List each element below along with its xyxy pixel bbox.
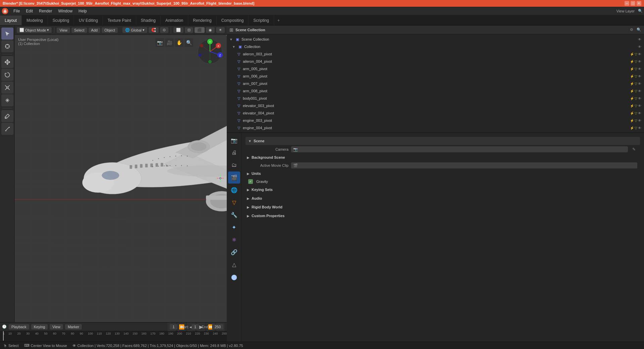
maximize-button[interactable]: □	[631, 1, 635, 6]
menu-file[interactable]: File	[11, 8, 22, 14]
tool-cursor[interactable]	[1, 40, 13, 52]
tool-transform[interactable]	[1, 94, 13, 106]
close-button[interactable]: ✕	[637, 1, 641, 6]
list-item[interactable]: ▽ engine_003_pivot ⚡ ▽ 👁	[227, 117, 644, 124]
units-section-header[interactable]: ▶ Units	[246, 169, 640, 178]
render-mode[interactable]: ☀	[216, 27, 225, 33]
list-item[interactable]: ▽ aileron_004_pivot ⚡ ▽ 👁	[227, 58, 644, 65]
list-item[interactable]: ▽ aileron_003_pivot ⚡ ▽ 👁	[227, 50, 644, 58]
list-item[interactable]: ▽ flap_017_pivot ⚡ ▽ 👁	[227, 132, 644, 132]
view-menu-timeline[interactable]: View	[50, 324, 63, 330]
menu-help[interactable]: Help	[76, 8, 90, 14]
menu-render[interactable]: Render	[36, 8, 55, 14]
tool-measure[interactable]	[1, 123, 13, 135]
list-item[interactable]: ▽ elevator_004_pivot ⚡ ▽ 👁	[227, 109, 644, 117]
tool-rotate[interactable]	[1, 69, 13, 81]
list-item[interactable]: ▼ ▣ Collection 👁	[227, 43, 644, 50]
list-item[interactable]: ▽ arm_006_pivot ⚡ ▽ 👁	[227, 72, 644, 80]
tool-move[interactable]	[1, 56, 13, 68]
scene-section-header[interactable]: ▼ Scene	[246, 137, 640, 145]
camera-edit-btn[interactable]: ✎	[631, 147, 637, 152]
movie-clip-value[interactable]: 🎬	[291, 162, 637, 168]
tab-layout[interactable]: Layout	[0, 15, 22, 25]
marker-menu[interactable]: Marker	[65, 324, 82, 330]
tool-scale[interactable]	[1, 82, 13, 94]
modifier-props-icon[interactable]: 🔧	[228, 209, 240, 221]
list-item[interactable]: ▽ arm_007_pivot ⚡ ▽ 👁	[227, 80, 644, 87]
add-menu[interactable]: Add	[89, 28, 101, 33]
list-item[interactable]: ▽ arm_005_pivot ⚡ ▽ 👁	[227, 65, 644, 72]
keying-menu[interactable]: Keying	[31, 324, 48, 330]
timeline-ruler[interactable]: 1 10 20 30 40 50 60 70 80 90 100 110 120…	[0, 331, 227, 341]
output-props-icon[interactable]: 🖨	[228, 147, 240, 159]
scene-props-icon[interactable]: 🎬	[228, 171, 240, 184]
particles-props-icon[interactable]: ✦	[228, 221, 240, 233]
data-props-icon[interactable]: △	[228, 258, 240, 270]
overlay-toggle[interactable]: ⬜	[173, 27, 183, 33]
render-preview-btn[interactable]: 🎥	[165, 38, 174, 47]
minimize-button[interactable]: ─	[625, 1, 629, 6]
obj-label: engine_003_pivot	[243, 118, 629, 122]
navigation-gizmo[interactable]: X Y Z	[197, 38, 223, 65]
outliner-filter[interactable]: ⚙	[630, 28, 633, 32]
view-layer-props-icon[interactable]: 🗂	[228, 159, 240, 171]
snap-toggle[interactable]: 🧲	[149, 27, 159, 33]
rigid-body-section[interactable]: ▶ Rigid Body World	[246, 203, 640, 211]
viewport-overlay: User Perspective (Local) (1) Collection	[18, 38, 58, 46]
camera-value[interactable]: 📷	[291, 146, 628, 152]
tab-texture-paint[interactable]: Texture Paint	[103, 15, 136, 25]
tab-shading[interactable]: Shading	[136, 15, 161, 25]
list-item[interactable]: ▽ body001_pivot ⚡ ▽ 👁	[227, 95, 644, 102]
playback-menu[interactable]: Playback	[9, 324, 29, 330]
current-frame[interactable]: 1	[170, 324, 177, 330]
solid-mode[interactable]: ⬛	[195, 27, 205, 33]
list-item[interactable]: ▽ elevator_003_pivot ⚡ ▽ 👁	[227, 102, 644, 109]
tab-uv-editing[interactable]: UV Editing	[74, 15, 103, 25]
tab-modeling[interactable]: Modeling	[22, 15, 48, 25]
pan-btn[interactable]: ✋	[175, 38, 183, 47]
outliner-search[interactable]: 🔍	[637, 28, 641, 32]
list-item[interactable]: ▽ arm_008_pivot ⚡ ▽ 👁	[227, 87, 644, 95]
header-search-icon[interactable]: 🔍	[638, 9, 643, 13]
custom-properties-section[interactable]: ▶ Custom Properties	[246, 211, 640, 220]
view-menu[interactable]: View	[57, 28, 70, 33]
frame-tick-30: 30	[23, 332, 33, 335]
keying-sets-section[interactable]: ▶ Keying Sets	[246, 185, 640, 194]
physics-props-icon[interactable]: ⚛	[228, 234, 240, 246]
world-props-icon[interactable]: 🌐	[228, 184, 240, 196]
viewport-3d[interactable]: User Perspective (Local) (1) Collection …	[15, 35, 227, 322]
list-item[interactable]: ▼ ▣ Scene Collection 👁	[227, 36, 644, 43]
proportional-edit[interactable]: ⊙	[160, 27, 168, 33]
timeline-icon[interactable]: 🕐	[2, 325, 7, 329]
audio-section[interactable]: ▶ Audio	[246, 194, 640, 203]
material-mode[interactable]: ◉	[206, 27, 215, 33]
xray-toggle[interactable]: ⊡	[185, 27, 193, 33]
camera-view-btn[interactable]: 📷	[155, 38, 164, 47]
tool-annotate[interactable]	[1, 110, 13, 122]
tab-scripting[interactable]: Scripting	[249, 15, 274, 25]
menu-edit[interactable]: Edit	[23, 8, 36, 14]
menu-window[interactable]: Window	[55, 8, 75, 14]
zoom-btn[interactable]: 🔍	[184, 38, 193, 47]
list-item[interactable]: ▽ engine_004_pivot ⚡ ▽ 👁	[227, 124, 644, 132]
background-scene-row[interactable]: ▶ Background Scene	[246, 153, 640, 162]
restrict-select-icon[interactable]: 👁	[638, 38, 641, 41]
material-props-icon[interactable]: ⬤	[228, 271, 240, 283]
end-frame[interactable]: 250	[212, 324, 223, 330]
add-workspace-button[interactable]: +	[274, 15, 283, 25]
global-local-toggle[interactable]: 🌐 Global ▾	[122, 27, 147, 33]
svg-point-73	[187, 156, 188, 157]
tool-select[interactable]	[1, 28, 13, 40]
select-menu[interactable]: Select	[71, 28, 87, 33]
object-mode-dropdown[interactable]: ⬜ Object Mode ▾	[17, 27, 52, 33]
constraints-props-icon[interactable]: 🔗	[228, 246, 240, 258]
tab-rendering[interactable]: Rendering	[188, 15, 216, 25]
object-menu[interactable]: Object	[102, 28, 118, 33]
object-props-icon[interactable]: ▽	[228, 196, 240, 208]
render-props-icon[interactable]: 📷	[228, 134, 240, 146]
tab-compositing[interactable]: Compositing	[217, 15, 249, 25]
gravity-checkbox[interactable]: ✓	[248, 179, 254, 184]
tab-sculpting[interactable]: Sculpting	[48, 15, 74, 25]
start-frame[interactable]: 1	[192, 324, 199, 330]
tab-animation[interactable]: Animation	[161, 15, 188, 25]
